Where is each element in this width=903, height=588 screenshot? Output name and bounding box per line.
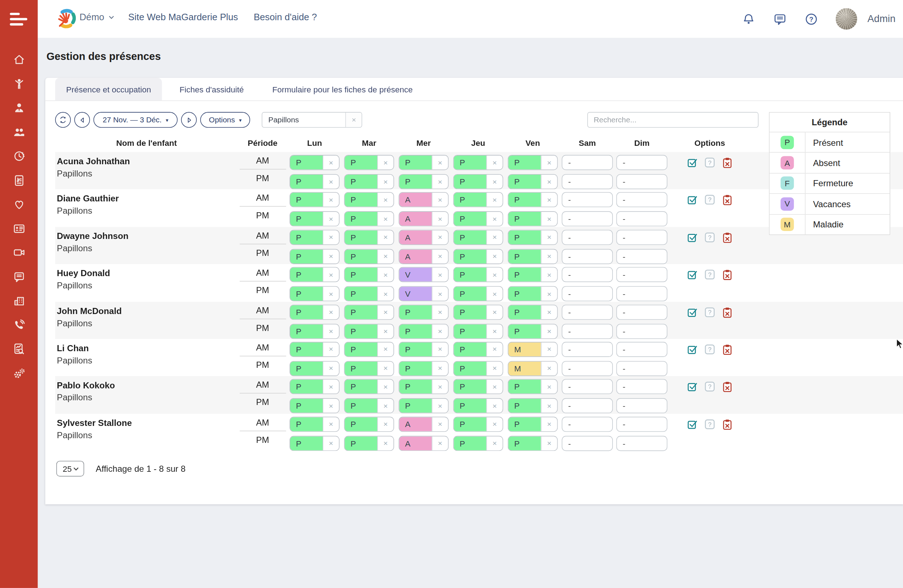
clear-status-button[interactable]: × xyxy=(486,324,502,338)
status-value[interactable]: M xyxy=(508,343,541,357)
clear-status-button[interactable]: × xyxy=(432,399,448,413)
status-value[interactable]: M xyxy=(508,362,541,376)
sidebar-item-invoice[interactable] xyxy=(12,174,26,187)
clear-status-button[interactable]: × xyxy=(322,287,339,301)
clear-status-button[interactable]: × xyxy=(377,249,393,264)
clear-status-button[interactable]: × xyxy=(377,436,393,450)
attendance-confirm-button[interactable] xyxy=(687,307,698,318)
status-value[interactable]: P xyxy=(345,249,377,264)
empty-status-field[interactable]: - xyxy=(562,155,613,170)
clear-status-button[interactable]: × xyxy=(377,343,393,357)
delete-attendance-button[interactable] xyxy=(722,195,733,206)
sidebar-item-schedule[interactable] xyxy=(12,150,26,162)
clear-status-button[interactable]: × xyxy=(432,156,448,170)
status-value[interactable]: A xyxy=(399,193,432,207)
status-value[interactable]: P xyxy=(290,417,322,431)
notifications-icon[interactable] xyxy=(742,12,756,26)
status-value[interactable]: P xyxy=(345,305,377,319)
clear-status-button[interactable]: × xyxy=(541,305,557,319)
clear-status-button[interactable]: × xyxy=(377,417,393,431)
status-value[interactable]: P xyxy=(345,324,377,338)
clear-status-button[interactable]: × xyxy=(432,380,448,394)
status-value[interactable]: V xyxy=(399,268,432,282)
status-value[interactable]: P xyxy=(508,324,541,338)
status-value[interactable]: P xyxy=(508,249,541,264)
status-value[interactable]: P xyxy=(290,156,322,170)
help-icon[interactable]: ? xyxy=(804,12,818,26)
clear-status-button[interactable]: × xyxy=(432,193,448,207)
status-value[interactable]: P xyxy=(345,399,377,413)
empty-status-field[interactable]: - xyxy=(617,286,668,302)
sidebar-item-id-card[interactable] xyxy=(12,222,26,234)
clear-status-button[interactable]: × xyxy=(377,305,393,319)
status-value[interactable]: P xyxy=(454,268,486,282)
status-value[interactable]: P xyxy=(454,417,486,431)
clear-status-button[interactable]: × xyxy=(486,249,502,264)
delete-attendance-button[interactable] xyxy=(722,269,733,280)
clear-status-button[interactable]: × xyxy=(377,362,393,376)
clear-status-button[interactable]: × xyxy=(377,380,393,394)
clear-status-button[interactable]: × xyxy=(322,175,339,189)
status-value[interactable]: A xyxy=(399,212,432,226)
status-value[interactable]: P xyxy=(290,193,322,207)
clear-status-button[interactable]: × xyxy=(432,343,448,357)
status-value[interactable]: P xyxy=(290,212,322,226)
clear-status-button[interactable]: × xyxy=(541,436,557,450)
status-value[interactable]: P xyxy=(508,193,541,207)
empty-status-field[interactable]: - xyxy=(617,379,668,395)
empty-status-field[interactable]: - xyxy=(562,304,613,319)
clear-status-button[interactable]: × xyxy=(322,249,339,264)
clear-status-button[interactable]: × xyxy=(541,399,557,413)
empty-status-field[interactable]: - xyxy=(617,267,668,282)
status-value[interactable]: P xyxy=(345,268,377,282)
refresh-button[interactable] xyxy=(55,112,71,127)
attendance-confirm-button[interactable] xyxy=(687,344,698,355)
clear-status-button[interactable]: × xyxy=(377,324,393,338)
status-value[interactable]: P xyxy=(454,230,486,244)
status-value[interactable]: P xyxy=(508,417,541,431)
empty-status-field[interactable]: - xyxy=(562,379,613,395)
clear-status-button[interactable]: × xyxy=(377,399,393,413)
clear-status-button[interactable]: × xyxy=(541,380,557,394)
clear-status-button[interactable]: × xyxy=(322,399,339,413)
clear-status-button[interactable]: × xyxy=(541,417,557,431)
delete-attendance-button[interactable] xyxy=(722,157,733,168)
clear-status-button[interactable]: × xyxy=(322,436,339,450)
status-value[interactable]: V xyxy=(399,287,432,301)
status-value[interactable]: P xyxy=(454,249,486,264)
status-value[interactable]: P xyxy=(290,436,322,450)
attendance-confirm-button[interactable] xyxy=(687,419,698,430)
status-value[interactable]: P xyxy=(290,175,322,189)
clear-status-button[interactable]: × xyxy=(322,193,339,207)
tab-1[interactable]: Fiches d'assiduité xyxy=(168,78,255,101)
status-value[interactable]: P xyxy=(345,175,377,189)
status-value[interactable]: P xyxy=(290,305,322,319)
empty-status-field[interactable]: - xyxy=(562,212,613,227)
status-value[interactable]: P xyxy=(454,399,486,413)
status-value[interactable]: P xyxy=(454,380,486,394)
nav-link-help[interactable]: Besoin d'aide ? xyxy=(254,12,317,23)
empty-status-field[interactable]: - xyxy=(617,398,668,413)
status-value[interactable]: P xyxy=(508,268,541,282)
empty-status-field[interactable]: - xyxy=(562,342,613,357)
clear-status-button[interactable]: × xyxy=(541,287,557,301)
status-value[interactable]: P xyxy=(508,305,541,319)
empty-status-field[interactable]: - xyxy=(562,398,613,413)
status-value[interactable]: P xyxy=(290,287,322,301)
status-value[interactable]: P xyxy=(290,399,322,413)
clear-status-button[interactable]: × xyxy=(486,399,502,413)
status-value[interactable]: P xyxy=(345,287,377,301)
status-value[interactable]: P xyxy=(399,156,432,170)
empty-status-field[interactable]: - xyxy=(562,267,613,282)
clear-status-button[interactable]: × xyxy=(322,268,339,282)
empty-status-field[interactable]: - xyxy=(617,212,668,227)
menu-toggle-button[interactable] xyxy=(0,0,38,38)
sidebar-item-reports[interactable] xyxy=(12,343,26,355)
status-value[interactable]: P xyxy=(454,212,486,226)
clear-status-button[interactable]: × xyxy=(486,380,502,394)
clear-status-button[interactable]: × xyxy=(432,362,448,376)
clear-status-button[interactable]: × xyxy=(432,175,448,189)
clear-status-button[interactable]: × xyxy=(541,343,557,357)
clear-status-button[interactable]: × xyxy=(432,212,448,226)
status-value[interactable]: A xyxy=(399,230,432,244)
